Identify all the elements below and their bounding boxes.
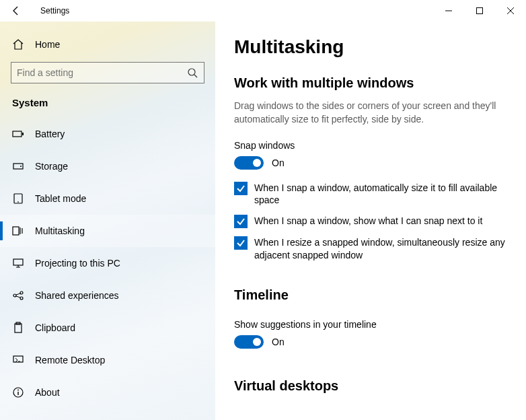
svg-rect-13 bbox=[13, 259, 23, 265]
back-button[interactable] bbox=[0, 0, 32, 22]
sidebar-item-projecting[interactable]: Projecting to this PC bbox=[0, 247, 215, 279]
minimize-button[interactable] bbox=[433, 0, 464, 22]
snap-show-checkbox-row: When I snap a window, show what I can sn… bbox=[234, 215, 519, 228]
multitasking-icon bbox=[12, 225, 24, 237]
svg-rect-5 bbox=[22, 133, 24, 135]
info-icon bbox=[12, 386, 24, 398]
tablet-icon bbox=[12, 193, 24, 205]
svg-rect-4 bbox=[13, 131, 22, 137]
snap-show-label: When I snap a window, show what I can sn… bbox=[254, 215, 482, 228]
arrow-left-icon bbox=[10, 5, 22, 17]
close-button[interactable] bbox=[495, 0, 526, 22]
timeline-toggle-row: On bbox=[234, 335, 519, 349]
sidebar-item-label: Shared experiences bbox=[35, 290, 119, 301]
svg-point-7 bbox=[20, 166, 22, 167]
timeline-label: Show suggestions in your timeline bbox=[234, 319, 519, 330]
snap-fill-checkbox[interactable] bbox=[234, 182, 248, 195]
snap-fill-checkbox-row: When I snap a window, automatically size… bbox=[234, 182, 519, 207]
search-icon bbox=[186, 67, 198, 79]
timeline-heading: Timeline bbox=[234, 287, 519, 303]
titlebar: Settings bbox=[0, 0, 526, 22]
snap-windows-label: Snap windows bbox=[234, 140, 519, 151]
search-container bbox=[11, 62, 204, 83]
checkmark-icon bbox=[235, 237, 247, 249]
sidebar-item-label: Battery bbox=[35, 129, 65, 139]
svg-line-18 bbox=[16, 296, 20, 298]
close-icon bbox=[504, 5, 517, 17]
svg-rect-10 bbox=[13, 227, 19, 235]
window-title: Settings bbox=[32, 6, 69, 15]
storage-icon bbox=[12, 160, 24, 172]
work-heading: Work with multiple windows bbox=[234, 75, 519, 91]
work-description: Drag windows to the sides or corners of … bbox=[234, 99, 519, 127]
sidebar-item-label: Multitasking bbox=[35, 225, 85, 236]
search-box[interactable] bbox=[11, 62, 204, 83]
sidebar-item-label: Remote Desktop bbox=[35, 355, 105, 365]
sidebar-item-shared-experiences[interactable]: Shared experiences bbox=[0, 279, 215, 312]
snap-windows-toggle[interactable] bbox=[234, 156, 264, 170]
sidebar-item-remote-desktop[interactable]: Remote Desktop bbox=[0, 344, 215, 376]
home-icon bbox=[12, 38, 24, 50]
clipboard-icon bbox=[12, 322, 24, 334]
page-title: Multitasking bbox=[234, 36, 519, 58]
svg-point-15 bbox=[20, 291, 23, 294]
projecting-icon bbox=[12, 257, 24, 269]
snap-resize-checkbox-row: When I resize a snapped window, simultan… bbox=[234, 236, 519, 262]
maximize-icon bbox=[474, 5, 486, 17]
snap-windows-state: On bbox=[272, 158, 285, 168]
checkmark-icon bbox=[235, 215, 247, 228]
sidebar-item-multitasking[interactable]: Multitasking bbox=[0, 215, 215, 247]
sidebar-home-label: Home bbox=[35, 39, 60, 50]
main-panel: Multitasking Work with multiple windows … bbox=[215, 22, 526, 420]
snap-show-checkbox[interactable] bbox=[234, 215, 248, 228]
remote-desktop-icon bbox=[12, 354, 24, 366]
sidebar-item-label: Storage bbox=[35, 161, 68, 172]
shared-icon bbox=[12, 289, 24, 302]
battery-icon bbox=[12, 128, 24, 140]
sidebar-item-storage[interactable]: Storage bbox=[0, 150, 215, 182]
sidebar-item-battery[interactable]: Battery bbox=[0, 118, 215, 150]
svg-point-14 bbox=[13, 294, 16, 297]
svg-line-3 bbox=[194, 75, 197, 77]
sidebar-item-clipboard[interactable]: Clipboard bbox=[0, 312, 215, 344]
minimize-icon bbox=[443, 5, 455, 17]
checkmark-icon bbox=[235, 182, 247, 195]
maximize-button[interactable] bbox=[464, 0, 495, 22]
snap-fill-label: When I snap a window, automatically size… bbox=[254, 182, 519, 207]
sidebar-item-label: Tablet mode bbox=[35, 193, 86, 204]
virtual-desktops-heading: Virtual desktops bbox=[234, 378, 519, 394]
snap-resize-checkbox[interactable] bbox=[234, 236, 248, 250]
sidebar-item-label: Projecting to this PC bbox=[35, 258, 120, 269]
svg-rect-19 bbox=[15, 324, 22, 332]
svg-point-2 bbox=[188, 69, 195, 75]
snap-windows-toggle-row: On bbox=[234, 156, 519, 170]
timeline-toggle[interactable] bbox=[234, 335, 264, 349]
sidebar-item-tablet-mode[interactable]: Tablet mode bbox=[0, 182, 215, 215]
svg-point-16 bbox=[20, 297, 23, 300]
sidebar-item-about[interactable]: About bbox=[0, 376, 215, 409]
sidebar: Home System Battery Storage bbox=[0, 22, 215, 420]
svg-point-24 bbox=[17, 390, 19, 391]
search-input[interactable] bbox=[17, 67, 186, 78]
sidebar-section: System bbox=[0, 90, 215, 118]
timeline-state: On bbox=[272, 337, 285, 347]
sidebar-item-label: Clipboard bbox=[35, 322, 75, 333]
sidebar-item-label: About bbox=[35, 387, 60, 398]
svg-rect-1 bbox=[477, 8, 483, 14]
sidebar-home[interactable]: Home bbox=[0, 30, 215, 59]
snap-resize-label: When I resize a snapped window, simultan… bbox=[254, 236, 519, 262]
svg-line-17 bbox=[16, 293, 20, 295]
window-controls bbox=[433, 0, 526, 22]
